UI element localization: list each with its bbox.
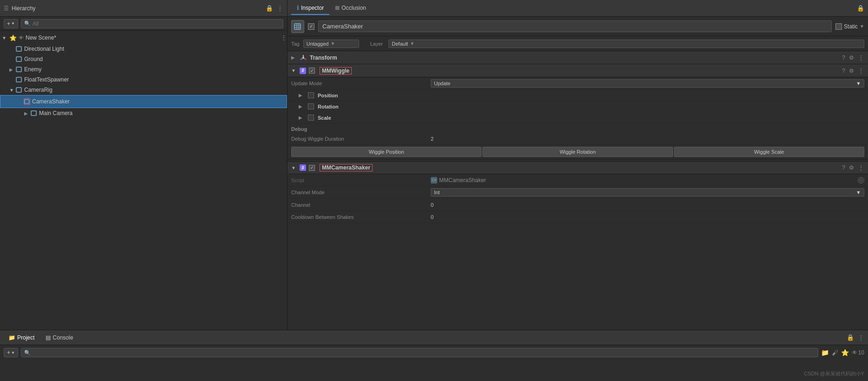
- position-expand-arrow[interactable]: ▶: [299, 93, 305, 98]
- svg-rect-0: [16, 47, 21, 51]
- tag-dropdown[interactable]: Untagged ▼: [303, 40, 359, 48]
- transform-help-icon[interactable]: ?: [842, 54, 845, 61]
- inspector-tab-label: Inspector: [301, 5, 324, 11]
- debug-wiggle-duration-label: Debug Wiggle Duration: [291, 136, 431, 142]
- hierarchy-item-ground[interactable]: Ground: [0, 54, 287, 64]
- mmwiggle-settings-icon[interactable]: ⚙: [849, 68, 854, 74]
- hierarchy-content: ▼ ⭐ 👁 New Scene* ⋮ Directional Light: [0, 31, 287, 330]
- hierarchy-add-button[interactable]: + ▼: [4, 19, 18, 28]
- search-icon: 🔍: [24, 20, 31, 27]
- rotation-checkbox[interactable]: [308, 103, 314, 109]
- hierarchy-search-input[interactable]: [33, 20, 280, 27]
- mmcamerashaker-more-icon[interactable]: ⋮: [858, 164, 864, 171]
- svg-rect-5: [25, 100, 29, 104]
- static-checkbox[interactable]: [835, 23, 842, 30]
- channel-mode-dropdown[interactable]: Int ▼: [431, 188, 864, 197]
- bottom-lock-icon[interactable]: 🔒: [847, 334, 854, 341]
- hierarchy-panel: ☰ Hierarchy 🔒 ⋮ + ▼ 🔍 ▼ ⭐: [0, 0, 287, 330]
- inspector-lock-icon[interactable]: 🔒: [857, 5, 864, 12]
- transform-settings-icon[interactable]: ⚙: [849, 54, 854, 61]
- layer-dropdown[interactable]: Default ▼: [388, 40, 864, 48]
- tab-occlusion[interactable]: ▦ Occlusion: [329, 2, 372, 15]
- object-icon-box: [291, 20, 304, 33]
- scene-toggle-icon: 👁: [19, 35, 24, 41]
- wiggle-scale-button[interactable]: Wiggle Scale: [674, 147, 864, 157]
- layer-dropdown-arrow: ▼: [410, 41, 414, 46]
- bottom-search-input[interactable]: [33, 349, 815, 356]
- tag-label: Tag: [291, 41, 300, 47]
- scene-more-icon[interactable]: ⋮: [280, 34, 287, 41]
- mmcamerashaker-hash-icon: #: [300, 164, 306, 171]
- update-mode-value: Update: [434, 81, 450, 86]
- wiggle-buttons-row: Wiggle Position Wiggle Rotation Wiggle S…: [287, 145, 868, 159]
- svg-rect-3: [16, 77, 21, 82]
- cube-icon-enemy: [16, 66, 22, 73]
- star-icon[interactable]: ⭐: [841, 349, 849, 356]
- folder-icon[interactable]: 📁: [821, 349, 829, 356]
- object-active-checkbox[interactable]: [308, 23, 314, 30]
- hierarchy-item-float-text-spawner[interactable]: FloatTextSpawner: [0, 75, 287, 85]
- transform-component-header[interactable]: ▶ Transform ? ⚙ ⋮: [287, 51, 868, 64]
- mmcamerashaker-help-icon[interactable]: ?: [842, 164, 845, 171]
- tab-project[interactable]: 📁 Project: [4, 333, 39, 343]
- static-label: Static: [844, 23, 858, 30]
- layer-value: Default: [392, 41, 408, 47]
- position-checkbox[interactable]: [308, 92, 314, 98]
- mmcamerashaker-component-header[interactable]: ▼ # MMCameraShaker ? ⚙ ⋮: [287, 161, 868, 174]
- mmcamerashaker-settings-icon[interactable]: ⚙: [849, 164, 854, 171]
- scale-expand-arrow[interactable]: ▶: [299, 115, 305, 120]
- scale-checkbox[interactable]: [308, 115, 314, 121]
- mmwiggle-name: MMWiggle: [320, 67, 352, 75]
- tab-console[interactable]: ▤ Console: [41, 333, 78, 343]
- rotation-expand-arrow[interactable]: ▶: [299, 104, 305, 109]
- project-tab-icon: 📁: [8, 334, 15, 341]
- hierarchy-item-camera-shaker[interactable]: CameraShaker: [0, 95, 287, 108]
- camera-shaker-label: CameraShaker: [32, 98, 70, 105]
- tab-inspector[interactable]: ℹ Inspector: [291, 1, 329, 15]
- tag-layer-row: Tag Untagged ▼ Layer Default ▼: [287, 36, 868, 51]
- svg-rect-1: [16, 57, 21, 61]
- update-mode-dropdown[interactable]: Update ▼: [431, 79, 864, 88]
- wiggle-position-button[interactable]: Wiggle Position: [291, 147, 481, 157]
- scene-root-row[interactable]: ▼ ⭐ 👁 New Scene* ⋮: [0, 32, 287, 44]
- object-name-input[interactable]: [318, 20, 832, 32]
- paintbrush-icon[interactable]: 🖌: [832, 349, 838, 356]
- scale-label: Scale: [318, 115, 355, 121]
- transform-icon: [300, 54, 307, 61]
- hierarchy-item-directional-light[interactable]: Directional Light: [0, 44, 287, 54]
- hierarchy-item-main-camera[interactable]: ▶ Main Camera: [0, 108, 287, 118]
- camera-rig-label: CameraRig: [24, 87, 53, 93]
- mmcamerashaker-expand-arrow: ▼: [291, 165, 298, 170]
- update-mode-row: Update Mode Update ▼: [287, 77, 868, 90]
- scene-name-label: New Scene*: [26, 34, 56, 41]
- hierarchy-more-icon[interactable]: ⋮: [277, 5, 283, 12]
- bottom-add-button[interactable]: + ▼: [4, 348, 18, 357]
- mmwiggle-checkbox[interactable]: [309, 68, 315, 74]
- bottom-toolbar: + ▼ 🔍 📁 🖌 ⭐ 👁 10: [0, 345, 868, 360]
- hierarchy-lock-icon[interactable]: 🔒: [266, 5, 273, 12]
- mmcamerashaker-checkbox[interactable]: [309, 165, 315, 171]
- svg-rect-7: [294, 24, 300, 29]
- hierarchy-item-enemy[interactable]: ▶ Enemy: [0, 64, 287, 75]
- bottom-more-icon[interactable]: ⋮: [858, 334, 864, 341]
- ground-label: Ground: [24, 56, 43, 62]
- inspector-tabs: ℹ Inspector ▦ Occlusion 🔒: [287, 0, 868, 17]
- mmwiggle-more-icon[interactable]: ⋮: [858, 67, 864, 75]
- hierarchy-search-box[interactable]: 🔍: [21, 19, 283, 28]
- eye-slash-icon[interactable]: 👁 10: [852, 349, 864, 356]
- transform-more-icon[interactable]: ⋮: [858, 54, 864, 61]
- object-3d-icon: [293, 22, 302, 31]
- hierarchy-header-icons: 🔒 ⋮: [266, 5, 283, 12]
- svg-point-15: [302, 57, 304, 59]
- script-circle-btn[interactable]: ⊙: [858, 177, 864, 184]
- mmwiggle-header-right: ? ⚙ ⋮: [842, 67, 864, 75]
- hierarchy-menu-icon: ☰: [4, 5, 9, 12]
- wiggle-rotation-button[interactable]: Wiggle Rotation: [482, 147, 673, 157]
- mmwiggle-component-header[interactable]: ▼ # MMWiggle ? ⚙ ⋮: [287, 64, 868, 77]
- mmwiggle-help-icon[interactable]: ?: [842, 68, 845, 74]
- hierarchy-item-camera-rig[interactable]: ▼ CameraRig: [0, 85, 287, 95]
- static-dropdown-arrow[interactable]: ▼: [860, 24, 864, 29]
- bottom-search-box[interactable]: 🔍: [21, 348, 818, 357]
- tag-value: Untagged: [307, 41, 329, 47]
- svg-rect-4: [16, 88, 21, 92]
